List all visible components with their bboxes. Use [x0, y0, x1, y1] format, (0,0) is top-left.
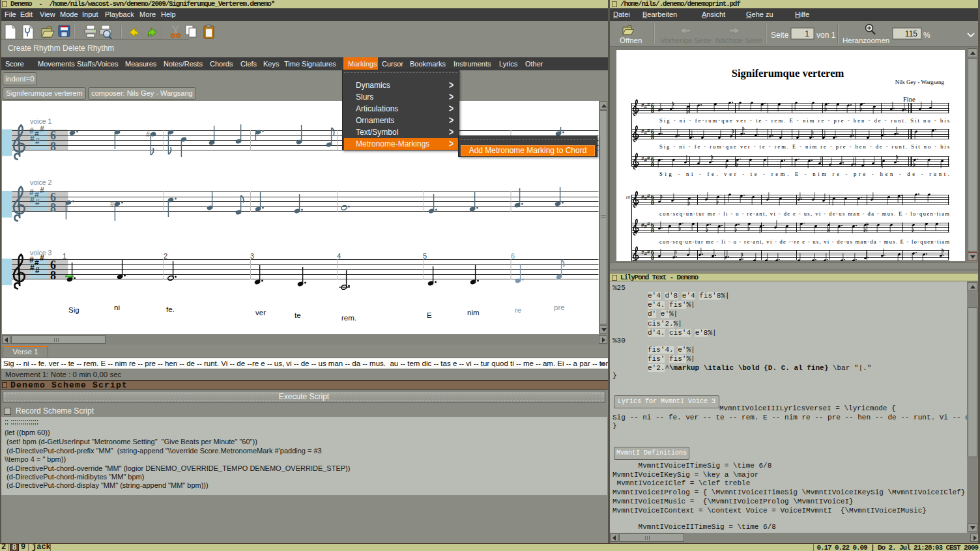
svg-text:pre: pre	[554, 304, 565, 311]
svg-text:8: 8	[651, 199, 654, 206]
svg-text:Sig - ni - fe-rum-que ver -: Sig - ni - fe-rum-que ver - te - rem. E …	[659, 117, 949, 124]
svg-text:rem.: rem.	[341, 314, 356, 322]
svg-text:#: #	[30, 134, 35, 143]
svg-text:ni: ni	[114, 304, 120, 311]
svg-text:con-seq-un-tur me - li - o - r: con-seq-un-tur me - li - o - re-ant, vi …	[659, 238, 949, 245]
svg-text:Seite: Seite	[771, 31, 789, 40]
svg-text:6: 6	[511, 252, 515, 260]
svg-text:voice 3: voice 3	[30, 249, 51, 257]
svg-text:8: 8	[50, 201, 56, 214]
svg-text:8: 8	[651, 107, 654, 114]
svg-text:#: #	[647, 128, 650, 134]
svg-text:8: 8	[651, 227, 654, 234]
svg-text:#: #	[647, 155, 650, 161]
svg-text:Nils Gey - Wargsang: Nils Gey - Wargsang	[895, 79, 945, 85]
svg-text:#: #	[647, 249, 650, 255]
svg-text:nim: nim	[467, 309, 480, 317]
svg-text:#: #	[30, 263, 35, 272]
svg-text:Vorherige Seite: Vorherige Seite	[660, 36, 712, 44]
svg-text:Öffnen: Öffnen	[620, 36, 642, 44]
svg-text:#: #	[40, 124, 44, 134]
svg-text:8: 8	[651, 134, 654, 141]
svg-text:#: #	[35, 137, 40, 146]
svg-text:fe.: fe.	[166, 305, 175, 313]
svg-text:#: #	[146, 130, 151, 138]
svg-text:Sig - ni - fe.: Sig - ni - fe. ver - te - rem. E - nim r…	[659, 171, 949, 177]
svg-text:#: #	[35, 266, 40, 275]
svg-text:#: #	[35, 198, 40, 207]
svg-text:ver: ver	[255, 309, 266, 317]
svg-text:8: 8	[50, 269, 56, 282]
svg-text:2: 2	[164, 252, 167, 260]
svg-text:#: #	[40, 186, 44, 195]
svg-text:voice 1: voice 1	[30, 117, 51, 125]
svg-text:Nächste Seite: Nächste Seite	[715, 36, 762, 44]
svg-text:1: 1	[805, 29, 809, 38]
svg-text:voice 2: voice 2	[30, 178, 51, 186]
svg-text:3: 3	[250, 252, 254, 260]
svg-text:#: #	[647, 193, 650, 199]
svg-text:Heranzoomen: Heranzoomen	[843, 36, 889, 44]
svg-text:te: te	[295, 311, 301, 319]
svg-text:%: %	[923, 31, 930, 40]
svg-text:#: #	[647, 221, 650, 227]
svg-text:Signiferumque verterem: Signiferumque verterem	[732, 67, 844, 79]
svg-text:Sig - ni - fe - ru: Sig - ni - fe - rum-que ver - te - rem. …	[659, 143, 949, 150]
svg-text:115: 115	[905, 29, 917, 38]
svg-text:con-seq-un-tur me - li - o - r: con-seq-un-tur me - li - o - re-ant, vi …	[659, 210, 949, 217]
svg-text:#: #	[30, 195, 35, 205]
svg-text:5: 5	[423, 252, 427, 260]
svg-text:Fine: Fine	[903, 96, 915, 103]
svg-text:10: 10	[626, 195, 631, 200]
svg-text:8: 8	[651, 162, 654, 168]
svg-text:4: 4	[337, 252, 341, 260]
svg-text:E: E	[427, 311, 432, 319]
svg-text:1: 1	[63, 252, 66, 260]
svg-text:re: re	[515, 306, 521, 314]
svg-text:#: #	[647, 102, 650, 107]
svg-text:von 1: von 1	[816, 31, 836, 40]
svg-text:#: #	[110, 200, 115, 208]
svg-text:Sig: Sig	[68, 306, 79, 314]
svg-text:8: 8	[50, 140, 56, 153]
svg-text:8: 8	[651, 255, 654, 261]
